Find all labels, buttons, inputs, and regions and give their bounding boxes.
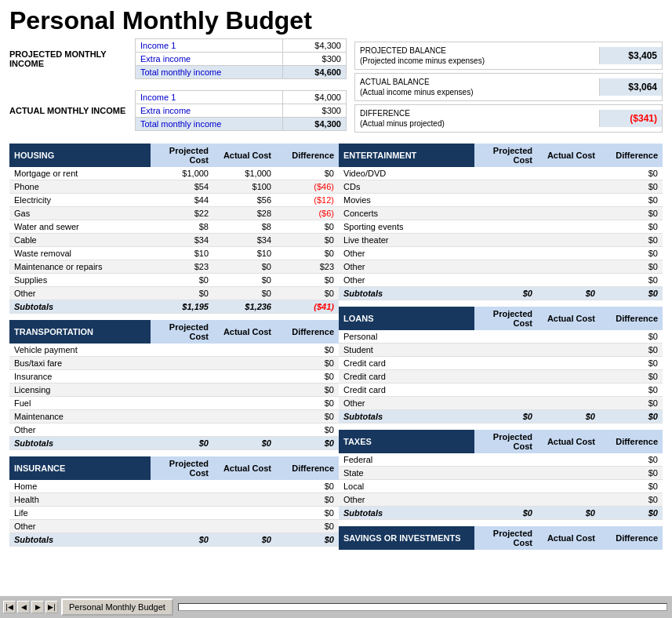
table-row: Fuel $0: [9, 397, 339, 410]
actual-extra-label: Extra income: [136, 104, 283, 117]
row-projected: [474, 453, 537, 467]
sheet-nav-arrows[interactable]: |◀ ◀ ▶ ▶|: [3, 601, 58, 613]
table-row: Maintenance or repairs $23 $0 $23: [9, 260, 339, 274]
entertainment-header: ENTERTAINMENT: [339, 144, 474, 167]
row-difference: $0: [276, 220, 339, 234]
taxes-col-diff: Difference: [600, 430, 663, 453]
row-difference: $0: [276, 424, 339, 437]
projected-income-block: PROJECTED MONTHLY INCOME Income 1 $4,300…: [9, 38, 347, 79]
main-grid: HOUSING Projected Cost Actual Cost Diffe…: [0, 137, 672, 556]
table-row: Cable $34 $34 $0: [9, 234, 339, 247]
row-difference: $0: [276, 397, 339, 410]
table-row: Supplies $0 $0 $0: [9, 274, 339, 287]
taxes-table: TAXES Projected Cost Actual Cost Differe…: [339, 430, 663, 520]
row-difference: $0: [276, 370, 339, 384]
list-item: Extra income $300: [135, 104, 347, 117]
entertainment-table: ENTERTAINMENT Projected Cost Actual Cost…: [339, 144, 663, 300]
transportation-header: TRANSPORTATION: [9, 320, 151, 344]
row-actual: [537, 194, 600, 207]
row-name: Concerts: [339, 207, 474, 220]
row-actual: [213, 410, 276, 424]
row-name: Insurance: [9, 370, 151, 384]
balance-section: PROJECTED BALANCE (Projected income minu…: [354, 38, 663, 137]
table-row: Credit card $0: [339, 357, 663, 370]
row-name: Electricity: [9, 194, 151, 207]
first-sheet-arrow[interactable]: |◀: [3, 601, 16, 613]
table-row: Credit card $0: [339, 370, 663, 384]
row-projected: [474, 274, 537, 287]
row-difference: ($6): [276, 207, 339, 220]
row-difference: $0: [600, 344, 663, 357]
next-sheet-arrow[interactable]: ▶: [31, 601, 44, 613]
row-projected: [151, 520, 213, 533]
loans-col-actual: Actual Cost: [537, 307, 600, 330]
subtotal-actual: $0: [537, 287, 600, 300]
ent-col-projected: Projected Cost: [474, 144, 537, 167]
ins-col-actual: Actual Cost: [213, 456, 276, 480]
subtotal-difference: ($41): [276, 300, 339, 314]
income1-label: Income 1: [136, 39, 283, 52]
row-actual: [213, 397, 276, 410]
table-row: Other $0: [339, 274, 663, 287]
row-actual: $0: [213, 274, 276, 287]
subtotal-label: Subtotals: [339, 287, 474, 300]
row-difference: $0: [600, 180, 663, 194]
loans-col-projected: Projected Cost: [474, 307, 537, 330]
row-name: Mortgage or rent: [9, 167, 151, 180]
row-actual: [213, 357, 276, 370]
sheet-tab[interactable]: Personal Monthly Budget: [61, 598, 173, 616]
actual-income-grid: Income 1 $4,000 Extra income $300 Total …: [135, 90, 347, 131]
sheet-scroll[interactable]: [178, 603, 667, 611]
subtotal-actual: $1,236: [213, 300, 276, 314]
page: Personal Monthly Budget PROJECTED MONTHL…: [0, 0, 672, 618]
taxes-header: TAXES: [339, 430, 474, 453]
actual-total-value: $4,300: [283, 118, 346, 130]
subtotal-actual: $0: [213, 437, 276, 450]
row-actual: [213, 507, 276, 520]
actual-income1-label: Income 1: [136, 91, 283, 104]
row-difference: $0: [600, 384, 663, 397]
table-row: Bus/taxi fare $0: [9, 357, 339, 370]
table-row: Movies $0: [339, 194, 663, 207]
row-projected: [474, 467, 537, 480]
row-difference: $0: [276, 234, 339, 247]
row-name: Video/DVD: [339, 167, 474, 180]
row-actual: [213, 370, 276, 384]
row-name: Live theater: [339, 234, 474, 247]
row-difference: $0: [276, 410, 339, 424]
row-name: Local: [339, 480, 474, 493]
row-projected: [474, 480, 537, 493]
row-actual: [537, 274, 600, 287]
loans-table: LOANS Projected Cost Actual Cost Differe…: [339, 307, 663, 424]
subtotal-projected: $0: [151, 533, 213, 547]
subtotal-actual: $0: [537, 507, 600, 520]
table-row: Maintenance $0: [9, 410, 339, 424]
table-row: Other $0 $0 $0: [9, 287, 339, 300]
projected-balance-label: PROJECTED BALANCE (Projected income minu…: [355, 42, 599, 69]
table-row: Sporting events $0: [339, 220, 663, 234]
table-row: Credit card $0: [339, 384, 663, 397]
row-actual: [213, 493, 276, 507]
ins-col-projected: Projected Cost: [151, 456, 213, 480]
row-name: Gas: [9, 207, 151, 220]
row-name: Movies: [339, 194, 474, 207]
total-income-label: Total monthly income: [136, 66, 283, 78]
row-actual: $0: [213, 260, 276, 274]
subtotal-row: Subtotals $0 $0 $0: [9, 533, 339, 547]
extra-income-label: Extra income: [136, 53, 283, 65]
table-row: Mortgage or rent $1,000 $1,000 $0: [9, 167, 339, 180]
difference-label: DIFFERENCE (Actual minus projected): [355, 105, 599, 132]
row-actual: [537, 357, 600, 370]
row-difference: $0: [600, 370, 663, 384]
difference-row: DIFFERENCE (Actual minus projected) ($34…: [354, 104, 663, 133]
row-name: Other: [339, 247, 474, 260]
prev-sheet-arrow[interactable]: ◀: [17, 601, 30, 613]
row-actual: [537, 247, 600, 260]
subtotal-label: Subtotals: [9, 300, 151, 314]
row-difference: $0: [600, 247, 663, 260]
subtotal-projected: $0: [474, 507, 537, 520]
row-projected: $0: [151, 274, 213, 287]
row-actual: $1,000: [213, 167, 276, 180]
last-sheet-arrow[interactable]: ▶|: [45, 601, 58, 613]
ent-col-actual: Actual Cost: [537, 144, 600, 167]
